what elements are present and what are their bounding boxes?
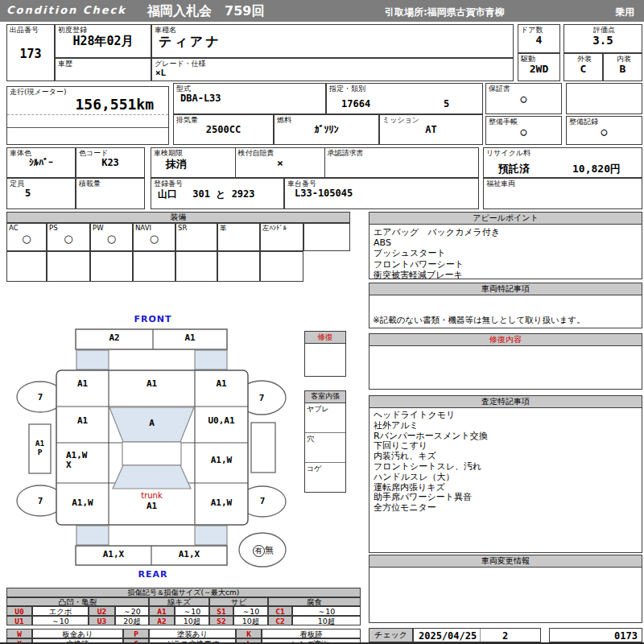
legend-code: A2 [149, 616, 175, 625]
body-color-value: ｼﾙﾊﾞｰ [7, 157, 75, 168]
equipment-empty-cell [133, 251, 175, 282]
displacement-value: 2500CC [174, 124, 273, 135]
equipment-empty-cell [90, 251, 133, 282]
equipment-cell-navi: NAVI○ [133, 223, 175, 251]
legend-group-rust: サビ [209, 597, 268, 606]
assessment-notes-lines: ヘッドライトクモリ社外アルミRバンパーホースメント交換下回りこすり内装汚れ、キズ… [369, 408, 642, 516]
equipment-empty-cell [47, 251, 90, 282]
check-date-value: 2025/04/25 [419, 630, 477, 642]
headlight-right [195, 350, 227, 369]
cabin-lining-box: 客室内張 ヤブレ 穴 コゲ [304, 390, 346, 493]
insurance-value: × [236, 157, 325, 169]
chassis-number-box: 車台番号 L33-105045 [284, 178, 479, 209]
damage-quarter-right: A1,W [195, 497, 248, 508]
cabin-lining-header: 客室内張 [305, 391, 345, 403]
rear-label: REAR [129, 569, 177, 580]
equipment-cell-blank [303, 223, 350, 251]
damage-quarter-left: A1,W [56, 497, 109, 508]
damage-door-front-left: A1 [56, 415, 109, 426]
equipment-cell-sr: SR [175, 223, 217, 251]
body-color-box: 車体色 ｼﾙﾊﾞｰ [6, 147, 76, 178]
legend-code: C2 [268, 616, 292, 625]
auction-title: 福岡入札会 759回 [147, 3, 264, 20]
damage-fender-right: A1 [195, 378, 248, 389]
legend-code: C1 [268, 606, 292, 616]
approval-label: 承認請求書 [325, 148, 478, 157]
legend-code: A1 [149, 606, 175, 616]
trunk-label: trunk [109, 491, 195, 500]
equipment-empty-cell [260, 251, 303, 282]
header-bar: Condition Check 福岡入札会 759回 引取場所:福岡県古賀市青柳… [0, 0, 644, 22]
vehicle-changes-header: 車両変更情報 [369, 555, 642, 568]
capacity-label: 定員 [7, 179, 75, 188]
legend-code: U3 [89, 616, 115, 625]
taillight-left [76, 526, 109, 545]
damage-door-front-right: U0,A1 [195, 415, 248, 426]
drive-label: 駆動 [518, 54, 559, 63]
legend-code: U0 [6, 606, 32, 616]
damage-sill-left: A1P [29, 439, 51, 456]
vehicle-changes-section: 車両変更情報 [369, 555, 642, 623]
legend-desc: ～10 [32, 616, 89, 625]
legend-code: U1 [6, 616, 32, 625]
legend-desc: 10超 [292, 616, 361, 625]
cabin-row-burn: コゲ [305, 463, 345, 491]
registration-number-box: 登録番号 山口 301 と 2923 [151, 178, 284, 209]
warranty-box: 保証書 ○ [485, 83, 562, 114]
welfare-label: 福祉車両 [484, 179, 642, 188]
repair-mini-header: 修復 [305, 332, 345, 344]
equipment-header: 装備 [6, 212, 350, 223]
lot-number-box: 出品番号 173 [6, 24, 55, 81]
roof [122, 442, 181, 465]
model-name-label: 車種名 [152, 25, 513, 34]
load-label: 積載量 [76, 179, 144, 188]
interior-grade-value: B [604, 63, 642, 75]
score-value: 3.5 [564, 34, 642, 47]
mileage-divider-solid [7, 127, 168, 128]
assessment-notes-header: 査定特記事項 [369, 396, 642, 408]
equipment-cell-ps: PS○ [47, 223, 90, 251]
tire-size-rear-left: 7 [29, 496, 52, 506]
capacity-value: 5 [7, 188, 75, 199]
displacement-label: 排気量 [174, 115, 273, 124]
check-number-value: 0173 [614, 630, 638, 642]
welfare-box: 福祉車両 [483, 178, 642, 209]
equipment-cell-lhd: 左ﾊﾝﾄﾞﾙ [260, 223, 303, 251]
damage-hood: A1 [109, 378, 195, 389]
lot-number-value: 173 [7, 47, 54, 61]
spare-yes-circled: 有 [253, 545, 265, 557]
model-code-value: DBA-L33 [174, 93, 325, 104]
pickup-location: 引取場所:福岡県古賀市青柳 [385, 6, 505, 19]
interior-grade-label: 内装 [604, 54, 642, 63]
fuel-box: 燃料 ｶﾞｿﾘﾝ [274, 114, 379, 145]
legend-group-dents: 凸凹・亀裂 [6, 597, 149, 606]
legend-desc: ～10 [292, 606, 361, 616]
history-label: 車歴 [56, 59, 151, 68]
legend-desc: 看板跡 [262, 629, 361, 638]
legend-code: K [236, 629, 262, 638]
inspection-value: 抹消 [151, 157, 235, 171]
model-code-box: 型式 DBA-L33 [173, 83, 326, 114]
condition-check-sheet: Condition Check 福岡入札会 759回 引取場所:福岡県古賀市青柳… [0, 0, 644, 644]
equipment-cell-pw: PW○ [90, 223, 133, 251]
damage-fender-left: A1 [56, 378, 109, 389]
maintenance-record-label: 整備記録 [567, 117, 642, 126]
recycle-fee-value: 10,820円 [572, 162, 621, 176]
front-label: FRONT [129, 314, 177, 324]
legend-group-scratch: 線キズ [149, 597, 209, 606]
color-code-label: 色コード [76, 148, 144, 157]
first-registration-value: H28年02月 [56, 34, 151, 49]
spare-no: 無 [265, 545, 274, 555]
model-code-label: 型式 [174, 84, 325, 93]
class-number-value2: 5 [444, 98, 449, 109]
equipment-cell-ac: AC○ [6, 223, 47, 251]
vehicle-notes-header: 車両特記事項 [369, 283, 642, 295]
equipment-empty-cell [6, 251, 47, 282]
interior-grade-box: 内装 B [603, 53, 642, 81]
approval-box: 承認請求書 [324, 147, 479, 178]
first-registration-label: 初度登録 [56, 25, 151, 34]
recycle-fee-label: リサイクル料 [484, 148, 642, 157]
exterior-grade-label: 外装 [564, 54, 602, 63]
mileage-value: 156,551km [7, 96, 168, 113]
legend-desc: 10超 [175, 616, 209, 625]
